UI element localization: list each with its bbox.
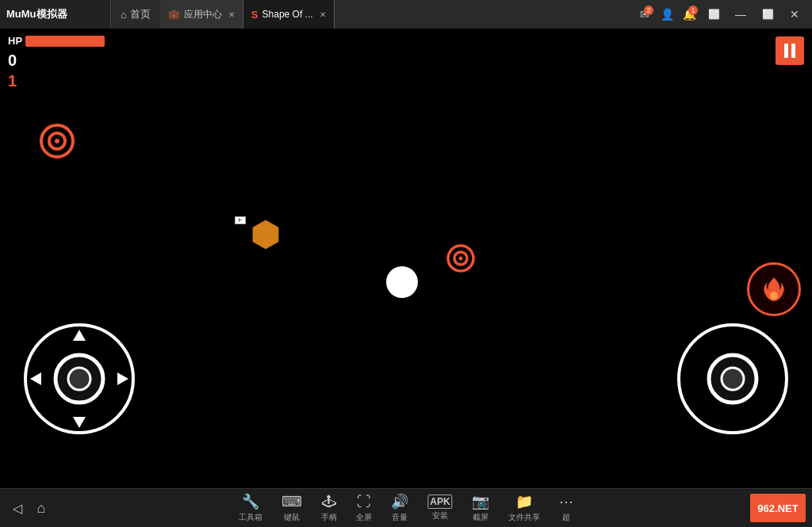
- message-badge: 2: [644, 6, 653, 15]
- toolbar-left: ◁ ⌂: [6, 494, 52, 522]
- gamepad-label: 手柄: [321, 512, 337, 523]
- pause-button[interactable]: [776, 36, 804, 65]
- toolbox-label: 工具箱: [239, 512, 262, 523]
- home-toolbar-icon: ⌂: [37, 500, 46, 517]
- appstore-tab-close[interactable]: ✕: [228, 10, 235, 19]
- toolbar-home-button[interactable]: ⌂: [30, 494, 52, 522]
- home-icon: ⌂: [121, 9, 127, 21]
- hex-shape: [250, 219, 282, 250]
- logo-text: MuMu模拟器: [6, 7, 67, 21]
- target-enemy-1: [40, 124, 75, 158]
- logo-area: MuMu模拟器: [0, 0, 111, 29]
- restore-button[interactable]: ⬜: [703, 3, 725, 25]
- svg-point-2: [55, 139, 59, 143]
- appstore-tab-label: 应用中心: [184, 8, 222, 21]
- titlebar-controls: ✉ 2 👤 🔔 1 ⬜ — ⬜ ✕: [636, 3, 812, 25]
- game-tab-icon: S: [251, 9, 259, 21]
- svg-point-6: [459, 257, 463, 261]
- minimize-button[interactable]: —: [730, 3, 752, 25]
- svg-marker-12: [117, 372, 128, 385]
- install-button[interactable]: APK 安装: [418, 491, 462, 525]
- svg-point-14: [68, 368, 90, 390]
- gamepad-button[interactable]: 🕹 手柄: [312, 491, 347, 526]
- left-joystick[interactable]: [24, 323, 135, 434]
- game-area: HP 0 1 🏳: [0, 29, 812, 488]
- install-label: 安装: [432, 510, 448, 521]
- player: 🏳: [235, 216, 246, 226]
- watermark-text: 962.NET: [757, 502, 798, 514]
- screenshot-button[interactable]: 📷 截屏: [462, 490, 499, 526]
- toolbar-right: 962.NET: [750, 494, 806, 522]
- maximize-button[interactable]: ⬜: [756, 3, 779, 25]
- right-joystick-svg: [677, 323, 788, 434]
- score-1: 1: [8, 71, 105, 91]
- volume-label: 音量: [392, 512, 408, 523]
- nav-home-label: 首页: [130, 7, 151, 21]
- fileshare-button[interactable]: 📁 文件共享: [499, 490, 550, 526]
- game-tab-close[interactable]: ✕: [320, 10, 326, 19]
- hp-bar: [25, 36, 105, 47]
- back-button[interactable]: ◁: [6, 494, 29, 522]
- left-joystick-svg: [24, 323, 135, 434]
- appstore-tab-icon: 💼: [168, 9, 180, 20]
- volume-button[interactable]: 🔊 音量: [381, 490, 418, 526]
- more-label: 超: [562, 512, 570, 523]
- more-button[interactable]: ⋯ 超: [550, 490, 583, 526]
- target-icon-2: [446, 244, 475, 273]
- user-icon: 👤: [661, 8, 674, 21]
- screenshot-icon: 📷: [472, 493, 489, 510]
- target-icon-1: [40, 124, 75, 158]
- nav-home-button[interactable]: ⌂ 首页: [111, 0, 160, 29]
- volume-icon: 🔊: [391, 493, 408, 510]
- keyboard-label: 键鼠: [284, 512, 300, 523]
- gamepad-icon: 🕹: [322, 494, 336, 510]
- toolbox-icon: 🔧: [242, 493, 259, 510]
- keyboard-icon: ⌨: [282, 493, 302, 510]
- player-flag: 🏳: [235, 216, 246, 224]
- fire-button[interactable]: [747, 262, 801, 316]
- notification-tray-icon[interactable]: 🔔 1: [680, 6, 698, 23]
- fileshare-icon: 📁: [515, 493, 533, 510]
- toolbar-center: 🔧 工具箱 ⌨ 键鼠 🕹 手柄 ⛶ 全屏 🔊 音量 APK 安装 📷 截屏 📁: [229, 490, 582, 526]
- svg-marker-10: [73, 417, 86, 428]
- svg-point-17: [722, 368, 744, 390]
- tab-game[interactable]: S Shape Of ... ✕: [243, 0, 335, 29]
- close-button[interactable]: ✕: [783, 3, 806, 25]
- target-enemy-2: [446, 244, 475, 273]
- notification-badge: 1: [688, 6, 698, 15]
- svg-point-7: [770, 292, 778, 300]
- titlebar: MuMu模拟器 ⌂ 首页 💼 应用中心 ✕ S Shape Of ... ✕ ✉…: [0, 0, 812, 29]
- white-ball: [386, 266, 418, 298]
- fullscreen-icon: ⛶: [357, 494, 371, 510]
- fullscreen-label: 全屏: [356, 512, 372, 523]
- install-icon: APK: [427, 495, 452, 509]
- hp-label: HP: [8, 35, 22, 47]
- pause-icon: [784, 44, 795, 58]
- game-tab-label: Shape Of ...: [262, 9, 313, 20]
- user-tray-icon[interactable]: 👤: [658, 6, 676, 23]
- back-icon: ◁: [13, 501, 22, 516]
- keyboard-button[interactable]: ⌨ 键鼠: [272, 490, 312, 526]
- svg-marker-3: [253, 220, 278, 249]
- toolbar: ◁ ⌂ 🔧 工具箱 ⌨ 键鼠 🕹 手柄 ⛶ 全屏 🔊 音量 APK 安装: [0, 488, 812, 527]
- watermark-962: 962.NET: [750, 494, 806, 522]
- hexagon-icon: [250, 219, 282, 250]
- fullscreen-button[interactable]: ⛶ 全屏: [347, 491, 381, 526]
- svg-marker-9: [73, 330, 86, 341]
- svg-marker-11: [30, 372, 41, 385]
- message-tray-icon[interactable]: ✉ 2: [636, 6, 653, 23]
- hp-bar-container: HP: [8, 35, 105, 47]
- score-0: 0: [8, 50, 105, 71]
- fileshare-label: 文件共享: [508, 512, 540, 523]
- tab-appstore[interactable]: 💼 应用中心 ✕: [160, 0, 243, 29]
- hud: HP 0 1: [8, 35, 105, 91]
- more-icon: ⋯: [559, 493, 573, 510]
- fire-icon: [759, 274, 789, 304]
- toolbox-button[interactable]: 🔧 工具箱: [229, 490, 272, 526]
- right-joystick[interactable]: [677, 323, 788, 434]
- screenshot-label: 截屏: [473, 512, 488, 523]
